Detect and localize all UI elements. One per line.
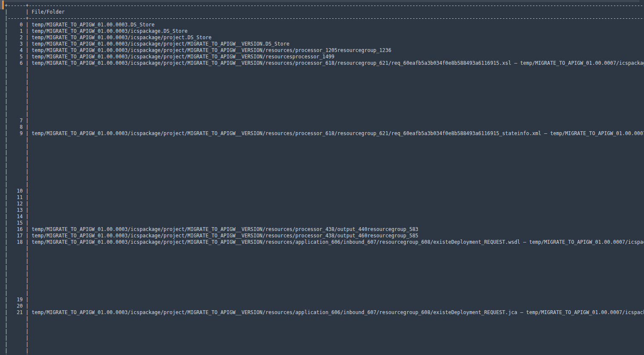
- terminal-window: +------+--------------------------------…: [0, 0, 644, 355]
- scroll-indicator-thumb[interactable]: [2, 0, 4, 9]
- terminal-table: +------+--------------------------------…: [5, 3, 644, 355]
- window-corner-notch: [639, 0, 644, 2]
- window-top-edge: [0, 0, 644, 2]
